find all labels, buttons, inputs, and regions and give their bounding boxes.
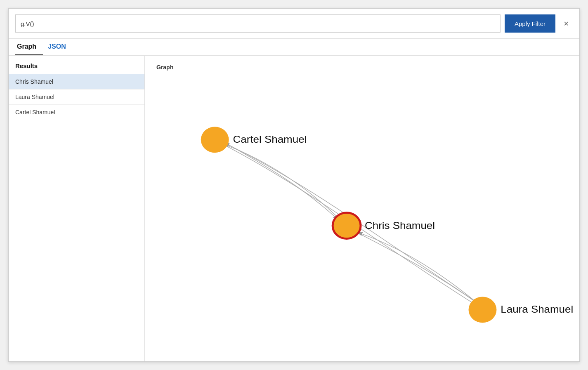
apply-filter-button[interactable]: Apply Filter (505, 14, 555, 33)
node-label-laura: Laura Shamuel (501, 304, 573, 315)
sidebar: Results Chris Shamuel Laura Shamuel Cart… (9, 56, 145, 361)
content-area: Results Chris Shamuel Laura Shamuel Cart… (9, 56, 579, 361)
toolbar: Apply Filter × (9, 9, 579, 39)
node-label-cartel: Cartel Shamuel (233, 134, 307, 145)
node-laura[interactable] (469, 297, 497, 323)
result-item-chris[interactable]: Chris Shamuel (9, 74, 144, 90)
edge-chris-to-cartel (221, 144, 338, 218)
close-button[interactable]: × (560, 17, 573, 30)
edge-chris-to-laura (355, 231, 478, 304)
tab-graph[interactable]: Graph (15, 39, 43, 55)
tab-json[interactable]: JSON (46, 39, 73, 55)
graph-area: Graph (145, 56, 579, 361)
result-item-cartel[interactable]: Cartel Shamuel (9, 105, 144, 120)
main-window: Apply Filter × Graph JSON Results Chris … (8, 8, 580, 362)
edge-laura-to-chris (357, 232, 477, 303)
node-chris[interactable] (333, 213, 361, 239)
node-cartel[interactable] (201, 127, 229, 153)
node-label-chris: Chris Shamuel (365, 219, 435, 231)
tabs-bar: Graph JSON (9, 39, 579, 56)
graph-svg: Cartel Shamuel Chris Shamuel Laura Shamu… (145, 56, 579, 361)
query-input[interactable] (15, 14, 501, 33)
results-title: Results (9, 62, 144, 74)
result-item-laura[interactable]: Laura Shamuel (9, 90, 144, 105)
